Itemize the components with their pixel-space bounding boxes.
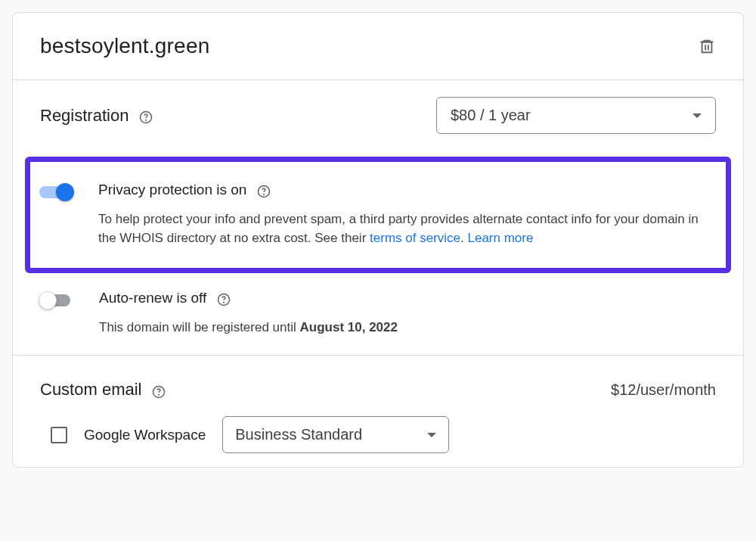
autorenew-toggle[interactable] bbox=[40, 292, 75, 307]
registration-title-group: Registration bbox=[40, 106, 153, 126]
privacy-title: Privacy protection is on bbox=[98, 182, 246, 197]
registration-term-select[interactable]: $80 / 1 year bbox=[436, 97, 716, 134]
domain-settings-card: bestsoylent.green Registration $80 / 1 y… bbox=[12, 12, 744, 468]
custom-email-help-icon[interactable] bbox=[151, 384, 166, 400]
privacy-description: To help protect your info and prevent sp… bbox=[98, 210, 711, 248]
workspace-label: Google Workspace bbox=[84, 427, 206, 443]
svg-rect-0 bbox=[702, 42, 712, 53]
help-icon bbox=[257, 185, 271, 198]
svg-point-4 bbox=[264, 194, 265, 194]
learn-more-link[interactable]: Learn more bbox=[467, 231, 533, 245]
help-icon bbox=[152, 385, 166, 399]
autorenew-content: Auto-renew is off This domain will be re… bbox=[99, 290, 716, 337]
section-divider bbox=[13, 355, 743, 356]
chevron-down-icon bbox=[427, 433, 436, 437]
registration-section: Registration $80 / 1 year Privacy protec… bbox=[13, 80, 743, 362]
select-value: $80 / 1 year bbox=[451, 107, 531, 124]
autorenew-desc-prefix: This domain will be registered until bbox=[99, 320, 300, 334]
svg-point-2 bbox=[145, 120, 146, 121]
delete-button[interactable] bbox=[698, 37, 716, 55]
svg-point-6 bbox=[223, 302, 224, 303]
custom-email-header: Custom email $12/user/month bbox=[40, 380, 716, 400]
help-icon bbox=[217, 293, 231, 306]
workspace-checkbox[interactable] bbox=[51, 427, 67, 443]
workspace-row: Google Workspace Business Standard bbox=[40, 416, 716, 453]
privacy-toggle-row: Privacy protection is on To help protect… bbox=[39, 177, 711, 253]
help-icon bbox=[139, 110, 153, 124]
toggle-thumb bbox=[39, 291, 57, 309]
autorenew-toggle-row: Auto-renew is off This domain will be re… bbox=[40, 285, 716, 341]
privacy-toggle[interactable] bbox=[39, 184, 74, 199]
autorenew-title: Auto-renew is off bbox=[99, 290, 206, 306]
autorenew-help-icon[interactable] bbox=[216, 292, 231, 307]
toggle-thumb bbox=[56, 183, 74, 201]
autorenew-date: August 10, 2022 bbox=[300, 320, 398, 334]
custom-email-price: $12/user/month bbox=[611, 381, 716, 399]
workspace-plan-select[interactable]: Business Standard bbox=[222, 416, 449, 453]
select-value: Business Standard bbox=[235, 426, 362, 443]
privacy-highlight-box: Privacy protection is on To help protect… bbox=[25, 157, 731, 273]
privacy-content: Privacy protection is on To help protect… bbox=[98, 182, 711, 248]
chevron-down-icon bbox=[692, 113, 702, 118]
trash-icon bbox=[699, 38, 715, 54]
card-header: bestsoylent.green bbox=[13, 13, 743, 80]
tos-link[interactable]: terms of service bbox=[370, 231, 460, 245]
autorenew-description: This domain will be registered until Aug… bbox=[99, 318, 716, 337]
svg-point-8 bbox=[159, 394, 160, 395]
custom-email-title-group: Custom email bbox=[40, 380, 166, 400]
registration-help-icon[interactable] bbox=[138, 110, 153, 125]
registration-row: Registration $80 / 1 year bbox=[40, 97, 716, 134]
privacy-help-icon[interactable] bbox=[256, 184, 271, 199]
custom-email-title: Custom email bbox=[40, 380, 141, 399]
privacy-title-group: Privacy protection is on bbox=[98, 182, 711, 199]
domain-title: bestsoylent.green bbox=[40, 34, 209, 58]
custom-email-section: Custom email $12/user/month Google Works… bbox=[13, 362, 743, 467]
autorenew-title-group: Auto-renew is off bbox=[99, 290, 716, 307]
registration-title: Registration bbox=[40, 106, 129, 125]
